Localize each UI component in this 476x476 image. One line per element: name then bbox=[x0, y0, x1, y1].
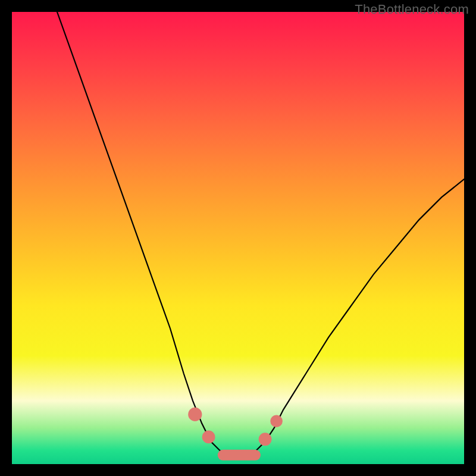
marker-layer bbox=[188, 408, 283, 461]
right-shoulder-low-marker bbox=[259, 433, 272, 446]
attribution-watermark: TheBottleneck.com bbox=[355, 2, 469, 17]
plot-area bbox=[12, 12, 464, 464]
chart-frame: TheBottleneck.com bbox=[0, 0, 476, 476]
trough-marker bbox=[218, 450, 261, 461]
right-shoulder-high-marker bbox=[270, 415, 283, 428]
left-shoulder-top-marker bbox=[188, 408, 202, 421]
bottleneck-curve-path bbox=[57, 12, 464, 455]
left-shoulder-bottom-marker bbox=[202, 431, 215, 444]
bottleneck-curve-svg bbox=[12, 12, 464, 464]
